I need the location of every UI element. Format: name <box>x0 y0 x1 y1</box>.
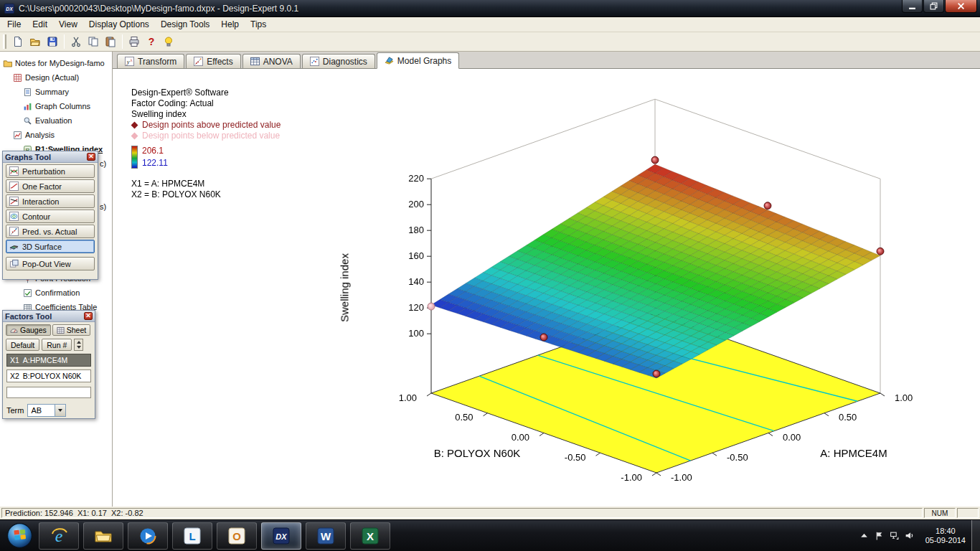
close-graphs-tool-button[interactable]: ✕ <box>87 153 95 161</box>
num-lock-indicator: NUM <box>924 508 956 518</box>
factor-row-empty[interactable] <box>6 387 91 398</box>
graphs-tool-item-label: Pop-Out View <box>22 260 71 268</box>
taskbar-clock[interactable]: 18:40 05-09-2014 <box>920 527 971 545</box>
notes-icon <box>3 59 12 68</box>
tips-button[interactable] <box>160 34 177 50</box>
gauge-icon <box>10 326 18 334</box>
print-button[interactable] <box>126 34 143 50</box>
tray-action-center[interactable] <box>874 530 885 542</box>
term-dropdown-arrow-icon[interactable] <box>55 405 65 416</box>
close-factors-tool-button[interactable]: ✕ <box>84 312 93 320</box>
graphs-tool-pop-out-view[interactable]: Pop-Out View <box>6 257 95 270</box>
network-icon <box>890 531 899 540</box>
taskbar-design-expert[interactable]: DX <box>261 522 301 550</box>
graphs-tool-pred-vs-actual[interactable]: Pred. vs. Actual <box>6 225 95 238</box>
graphs-tool-titlebar[interactable]: Graphs Tool ✕ <box>3 151 98 163</box>
tree-item-notes-for-mydesign-famo[interactable]: Notes for MyDesign-famo <box>0 56 112 70</box>
color-scale-bar <box>131 146 138 169</box>
tab-model-graphs[interactable]: Model Graphs <box>377 52 459 69</box>
tab-diagnostics[interactable]: Diagnostics <box>302 54 375 68</box>
menu-file[interactable]: File <box>1 18 27 31</box>
tree-item-confirmation[interactable]: Confirmation <box>0 286 112 300</box>
prediction-status: Prediction: 152.946 X1: 0.17 X2: -0.82 <box>1 508 923 518</box>
tree-item-label: Notes for MyDesign-famo <box>15 59 105 67</box>
taskbar-excel[interactable]: X <box>350 522 390 550</box>
copy-icon <box>88 36 99 47</box>
menu-display-options[interactable]: Display Options <box>83 18 155 31</box>
open-button[interactable] <box>27 34 44 50</box>
svg-text:W: W <box>321 530 331 542</box>
close-button[interactable] <box>945 0 977 13</box>
tree-item-graph-columns[interactable]: Graph Columns <box>0 99 112 113</box>
factor-row-x2[interactable]: X2B:POLYOX N60K <box>6 369 91 382</box>
graphs-tool-items: PerturbationOne FactorInteractionContour… <box>3 164 98 270</box>
menu-view[interactable]: View <box>53 18 83 31</box>
graphs-tool-perturbation[interactable]: Perturbation <box>6 164 95 178</box>
graphs-tool-contour[interactable]: Contour <box>6 209 95 223</box>
cut-button[interactable] <box>67 34 85 50</box>
tree-item-analysis[interactable]: Analysis <box>0 128 112 142</box>
tree-item-summary[interactable]: Summary <box>0 85 112 99</box>
factors-tool-titlebar[interactable]: Factors Tool ✕ <box>3 311 95 322</box>
taskbar-media-player[interactable] <box>128 522 168 550</box>
analysis-tab-strip: yλTransformEffectsANOVADiagnosticsModel … <box>113 52 980 68</box>
run-button[interactable]: Run # <box>42 339 72 351</box>
confirmation-icon <box>23 288 32 298</box>
factors-tab-gauges[interactable]: Gauges <box>6 324 51 336</box>
above-point-icon <box>131 122 138 129</box>
tree-item-evaluation[interactable]: Evaluation <box>0 113 112 128</box>
taskbar-apps: eLODXWX <box>39 520 390 551</box>
factor-coding-label: Factor Coding: Actual <box>131 98 281 109</box>
paste-button[interactable] <box>102 34 119 50</box>
taskbar-lync[interactable]: L <box>172 522 212 550</box>
spinner-up-icon[interactable] <box>75 339 83 345</box>
graphs-tool-one-factor[interactable]: One Factor <box>6 179 95 193</box>
outlook-icon: O <box>227 527 246 545</box>
show-desktop-button[interactable] <box>971 520 980 551</box>
restore-button[interactable] <box>923 0 944 13</box>
menu-tips[interactable]: Tips <box>245 18 272 31</box>
start-button[interactable] <box>0 520 39 551</box>
copy-button[interactable] <box>85 34 102 50</box>
tips-icon <box>163 36 174 47</box>
factor-id: X2 <box>10 372 19 380</box>
spinner-down-icon[interactable] <box>75 345 83 351</box>
graphs-tool-item-label: One Factor <box>22 182 62 191</box>
tab-transform[interactable]: yλTransform <box>117 54 184 68</box>
menu-design-tools[interactable]: Design Tools <box>155 18 215 31</box>
graph-annotations: Design-Expert® Software Factor Coding: A… <box>131 88 281 200</box>
save-button[interactable] <box>44 34 61 50</box>
tree-item-s[interactable]: s) <box>100 199 112 214</box>
taskbar-word[interactable]: W <box>306 522 346 550</box>
tab-label: Transform <box>138 57 176 67</box>
tab-anova[interactable]: ANOVA <box>242 54 301 68</box>
minimize-button[interactable] <box>902 0 923 13</box>
tree-item-label: Summary <box>35 88 69 96</box>
status-bar: Prediction: 152.946 X1: 0.17 X2: -0.82 N… <box>0 507 980 519</box>
graphs-tool-3d-surface[interactable]: 3D Surface <box>6 240 95 253</box>
svg-text:X: X <box>367 530 374 542</box>
menu-edit[interactable]: Edit <box>27 18 53 31</box>
tab-effects[interactable]: Effects <box>186 54 240 68</box>
tray-network[interactable] <box>889 530 900 542</box>
tray-volume[interactable] <box>904 530 915 542</box>
menu-help[interactable]: Help <box>215 18 245 31</box>
default-button[interactable]: Default <box>6 339 39 351</box>
taskbar-windows-explorer[interactable] <box>83 522 123 550</box>
tree-item-design-actual[interactable]: Design (Actual) <box>0 70 112 85</box>
run-number-spinner[interactable] <box>74 339 83 351</box>
cut-icon <box>70 36 82 47</box>
transform-icon: yλ <box>125 57 134 66</box>
taskbar-outlook[interactable]: O <box>217 522 257 550</box>
response-label: Swelling index <box>131 109 281 120</box>
term-dropdown[interactable]: AB <box>27 404 66 417</box>
graphs-tool-interaction[interactable]: Interaction <box>6 194 95 208</box>
taskbar-internet-explorer[interactable]: e <box>39 522 79 550</box>
tray-hidden-icons[interactable] <box>859 530 870 542</box>
new-button[interactable] <box>9 34 27 50</box>
factor-row-x1[interactable]: X1A:HPMCE4M <box>6 354 91 367</box>
tree-item-c[interactable]: c) <box>100 156 112 171</box>
perturbation-icon <box>9 166 19 176</box>
help-button[interactable]: ? <box>143 34 160 50</box>
factors-tab-sheet[interactable]: Sheet <box>52 324 90 336</box>
